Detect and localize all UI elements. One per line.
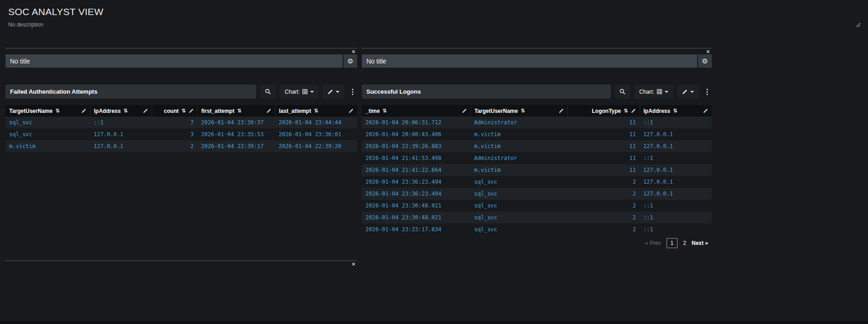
cell-first_attempt[interactable]: 2026-01-04 23:35:53 <box>197 128 275 140</box>
cell-_time[interactable]: 2026-01-04 20:00:43.406 <box>362 128 471 140</box>
cell-last_attempt[interactable]: 2026-01-04 23:36:01 <box>275 128 357 140</box>
edit-column-icon[interactable] <box>462 108 467 113</box>
search-button[interactable] <box>614 85 630 99</box>
cell-last_attempt[interactable]: 2026-01-04 22:39:20 <box>275 140 357 152</box>
cell-logontype[interactable]: 2 <box>567 223 640 235</box>
column-header-count[interactable]: count ⇅ <box>152 105 197 117</box>
widget-settings-button[interactable]: ⚙ <box>344 54 357 68</box>
pagination-page-2[interactable]: 2 <box>683 240 686 246</box>
cell-logontype[interactable]: 11 <box>567 152 640 164</box>
cell-logontype[interactable]: 2 <box>567 176 640 188</box>
cell-_time[interactable]: 2026-01-04 23:36:23.494 <box>362 176 471 188</box>
query-input[interactable]: Successful Logons <box>362 85 611 99</box>
edit-column-icon[interactable] <box>189 108 194 113</box>
resize-handle-icon[interactable] <box>855 21 861 29</box>
chart-type-button[interactable]: Chart: <box>280 85 319 99</box>
column-header-targetusername[interactable]: TargetUserName ⇅ <box>5 105 90 117</box>
cell-targetusername[interactable]: sql_svc <box>5 128 90 140</box>
column-header-logontype[interactable]: LogonType ⇅ <box>567 105 640 117</box>
cell-ipaddress[interactable]: 127.0.0.1 <box>90 140 152 152</box>
cell-ipaddress[interactable]: 127.0.0.1 <box>640 140 712 152</box>
cell-logontype[interactable]: 11 <box>567 128 640 140</box>
close-widget-icon[interactable]: × <box>350 49 357 54</box>
cell-targetusername[interactable]: m.victim <box>471 140 567 152</box>
cell-targetusername[interactable]: m.victim <box>5 140 90 152</box>
query-input[interactable]: Failed Authentication Attempts <box>5 85 256 99</box>
cell-targetusername[interactable]: sql_svc <box>471 200 567 212</box>
cell-targetusername[interactable]: sql_svc <box>471 212 567 223</box>
pagination-next[interactable]: Next » <box>692 240 708 246</box>
column-header-ipaddress[interactable]: IpAddress ⇅ <box>640 105 712 117</box>
cell-last_attempt[interactable]: 2026-01-04 23:44:44 <box>275 117 357 128</box>
cell-targetusername[interactable]: m.victim <box>471 128 567 140</box>
cell-_time[interactable]: 2026-01-04 21:41:53.498 <box>362 152 471 164</box>
column-header-time[interactable]: _time ⇅ <box>362 105 471 117</box>
edit-column-icon[interactable] <box>81 108 86 113</box>
chart-type-button[interactable]: Chart: <box>634 85 673 99</box>
sort-icon[interactable]: ⇅ <box>673 108 677 114</box>
cell-count[interactable]: 7 <box>152 117 197 128</box>
edit-column-icon[interactable] <box>143 108 148 113</box>
cell-ipaddress[interactable]: ::1 <box>640 117 712 128</box>
cell-targetusername[interactable]: Administrator <box>471 117 567 128</box>
cell-_time[interactable]: 2026-01-04 23:23:17.834 <box>362 223 471 235</box>
edit-column-icon[interactable] <box>349 108 354 113</box>
cell-logontype[interactable]: 11 <box>567 164 640 176</box>
close-widget-icon[interactable]: × <box>704 49 712 54</box>
cell-ipaddress[interactable]: 127.0.0.1 <box>640 188 712 200</box>
edit-column-icon[interactable] <box>631 108 636 113</box>
cell-targetusername[interactable]: sql_svc <box>5 117 90 128</box>
cell-_time[interactable]: 2026-01-04 23:30:48.021 <box>362 200 471 212</box>
cell-ipaddress[interactable]: ::1 <box>640 152 712 164</box>
sort-icon[interactable]: ⇅ <box>55 108 59 114</box>
cell-targetusername[interactable]: sql_svc <box>471 223 567 235</box>
widget-title-bar[interactable]: No title <box>5 54 343 68</box>
sort-icon[interactable]: ⇅ <box>314 108 318 114</box>
more-actions-icon[interactable]: ⋮ <box>348 88 357 96</box>
cell-targetusername[interactable]: m.victim <box>471 164 567 176</box>
cell-_time[interactable]: 2026-01-04 21:41:22.664 <box>362 164 471 176</box>
cell-ipaddress[interactable]: 127.0.0.1 <box>640 128 712 140</box>
cell-first_attempt[interactable]: 2026-01-04 22:39:17 <box>197 140 275 152</box>
cell-first_attempt[interactable]: 2026-01-04 23:30:37 <box>197 117 275 128</box>
cell-logontype[interactable]: 11 <box>567 117 640 128</box>
edit-column-icon[interactable] <box>266 108 271 113</box>
more-actions-icon[interactable]: ⋮ <box>703 88 712 96</box>
cell-logontype[interactable]: 2 <box>567 188 640 200</box>
sort-icon[interactable]: ⇅ <box>624 108 628 114</box>
sort-icon[interactable]: ⇅ <box>237 108 241 114</box>
cell-targetusername[interactable]: sql_svc <box>471 176 567 188</box>
column-header-ipaddress[interactable]: IpAddress ⇅ <box>90 105 152 117</box>
cell-logontype[interactable]: 2 <box>567 212 640 223</box>
cell-_time[interactable]: 2026-01-04 23:36:23.494 <box>362 188 471 200</box>
sort-icon[interactable]: ⇅ <box>181 108 185 114</box>
pagination-prev[interactable]: « Prev <box>645 240 661 246</box>
edit-widget-button[interactable] <box>677 85 699 99</box>
sort-icon[interactable]: ⇅ <box>123 108 127 114</box>
sort-icon[interactable]: ⇅ <box>521 108 525 114</box>
cell-targetusername[interactable]: Administrator <box>471 152 567 164</box>
search-button[interactable] <box>260 85 276 99</box>
widget-settings-button[interactable]: ⚙ <box>698 54 712 68</box>
cell-_time[interactable]: 2026-01-04 23:30:48.021 <box>362 212 471 223</box>
cell-count[interactable]: 3 <box>152 128 197 140</box>
cell-ipaddress[interactable]: ::1 <box>640 212 712 223</box>
sort-icon[interactable]: ⇅ <box>382 108 386 114</box>
edit-column-icon[interactable] <box>703 108 708 113</box>
cell-logontype[interactable]: 2 <box>567 200 640 212</box>
column-header-last-attempt[interactable]: last_attempt ⇅ <box>275 105 357 117</box>
cell-count[interactable]: 2 <box>152 140 197 152</box>
cell-_time[interactable]: 2026-01-04 22:39:26.883 <box>362 140 471 152</box>
close-widget-icon[interactable]: × <box>350 262 357 266</box>
cell-ipaddress[interactable]: 127.0.0.1 <box>90 128 152 140</box>
cell-ipaddress[interactable]: ::1 <box>90 117 152 128</box>
column-header-first-attempt[interactable]: first_attempt ⇅ <box>197 105 275 117</box>
cell-targetusername[interactable]: sql_svc <box>471 188 567 200</box>
widget-title-bar[interactable]: No title <box>362 54 697 68</box>
edit-column-icon[interactable] <box>559 108 564 113</box>
cell-logontype[interactable]: 11 <box>567 140 640 152</box>
cell-_time[interactable]: 2026-01-04 20:06:31.712 <box>362 117 471 128</box>
pagination-page-1[interactable]: 1 <box>667 238 678 248</box>
cell-ipaddress[interactable]: 127.0.0.1 <box>640 176 712 188</box>
column-header-targetusername[interactable]: TargetUserName ⇅ <box>471 105 567 117</box>
